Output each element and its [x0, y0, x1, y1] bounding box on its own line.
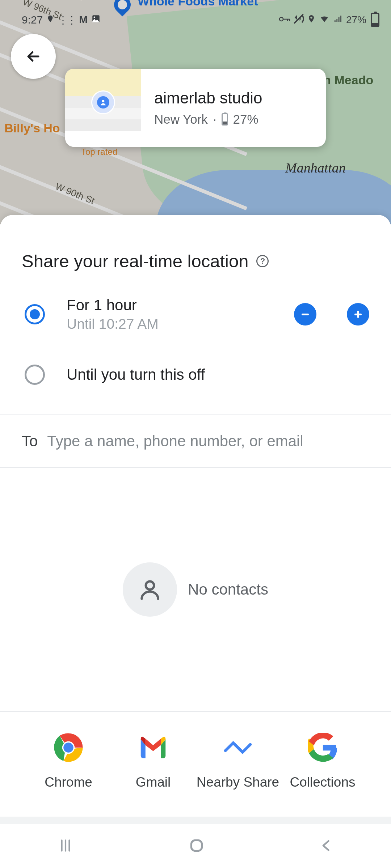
share-label: Collections [290, 773, 356, 791]
svg-point-2 [279, 17, 283, 21]
sheet-heading: Share your real-time location [22, 251, 248, 271]
duration-option-untiloff[interactable]: Until you turn this off [25, 359, 369, 390]
increase-duration-button[interactable] [347, 303, 369, 326]
location-status-icon [46, 14, 54, 26]
chrome-icon [53, 732, 84, 763]
wifi-icon [319, 14, 330, 26]
profile-card[interactable]: aimerlab studio New York · 27% [65, 69, 326, 147]
option1-main: For 1 hour [67, 297, 272, 314]
share-target-chrome[interactable]: Chrome [26, 732, 111, 809]
profile-separator: · [213, 112, 216, 127]
share-label: Chrome [45, 773, 92, 791]
svg-rect-13 [191, 840, 202, 851]
option2-main: Until you turn this off [67, 366, 369, 383]
profile-location-pin-icon [91, 90, 115, 114]
vibrate-icon [293, 13, 304, 27]
decrease-duration-button[interactable] [294, 303, 316, 326]
vpn-key-icon [279, 14, 290, 26]
to-label: To [22, 433, 38, 450]
nearby-share-icon [222, 732, 253, 763]
bt-icon: ⋮⋮ [58, 14, 75, 26]
status-battery-pct: 27% [346, 14, 366, 26]
radio-untiloff[interactable] [25, 365, 45, 385]
nav-home-button[interactable] [188, 837, 206, 856]
share-target-gmail[interactable]: Gmail [111, 732, 196, 809]
radio-1hour[interactable] [25, 304, 45, 324]
signal-icon [333, 14, 343, 26]
status-time: 9:27 [22, 14, 43, 26]
svg-rect-7 [357, 311, 359, 318]
share-targets-row[interactable]: Chrome Gmail Nearby Share [0, 711, 391, 817]
share-target-collections[interactable]: Collections [280, 732, 365, 809]
svg-rect-5 [302, 314, 309, 315]
svg-point-8 [146, 581, 154, 590]
share-label: Nearby Share [197, 773, 279, 791]
share-label: Gmail [136, 773, 171, 791]
nav-recents-button[interactable] [56, 837, 75, 856]
nav-back-button[interactable] [319, 838, 335, 855]
location-icon [307, 13, 316, 27]
profile-battery-pct: 27% [233, 112, 258, 127]
google-g-icon [307, 732, 338, 763]
svg-point-11 [63, 743, 73, 753]
gmail-status-icon: M [79, 14, 87, 26]
share-target-nearby[interactable]: Nearby Share [196, 732, 280, 809]
svg-point-1 [93, 16, 95, 18]
option1-sub: Until 10:27 AM [67, 316, 272, 332]
back-button[interactable] [11, 34, 56, 79]
recipient-input[interactable] [47, 433, 369, 450]
contacts-empty-state: No contacts [0, 468, 391, 711]
share-location-sheet: Share your real-time location ? For 1 ho… [0, 215, 391, 868]
profile-city: New York [154, 112, 208, 127]
profile-battery-icon [222, 113, 228, 125]
person-icon [123, 562, 177, 617]
no-contacts-label: No contacts [188, 581, 268, 598]
svg-point-4 [102, 100, 105, 102]
profile-title: aimerlab studio [154, 89, 319, 107]
arrow-left-icon [25, 48, 42, 65]
status-bar: 9:27 ⋮⋮ M 27% [0, 11, 391, 29]
duration-option-1hour[interactable]: For 1 hour Until 10:27 AM [25, 292, 369, 337]
profile-map-thumb [65, 69, 141, 147]
system-nav-bar [0, 824, 391, 868]
share-target-linkwith[interactable]: LiWi [365, 732, 391, 809]
photo-status-icon [91, 14, 101, 26]
battery-icon [371, 13, 379, 27]
help-icon[interactable]: ? [256, 255, 269, 267]
recipient-row[interactable]: To [0, 415, 391, 467]
gmail-icon [138, 732, 169, 763]
